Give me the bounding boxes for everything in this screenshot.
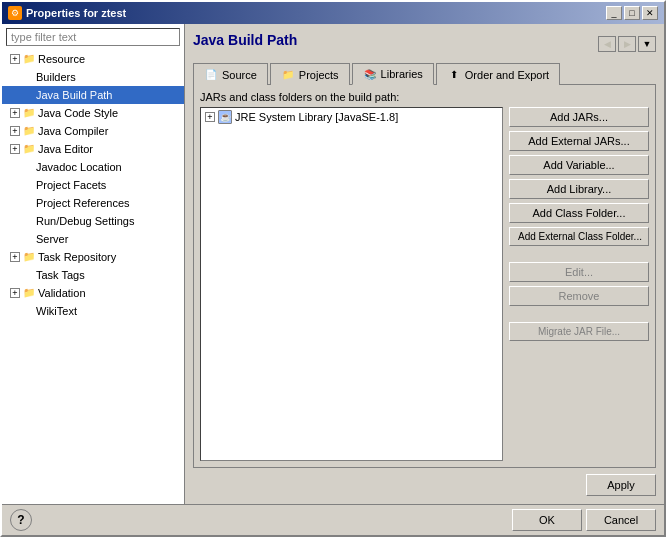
folder-icon: 📁 (22, 250, 36, 264)
sidebar-item-label: Task Repository (38, 249, 116, 265)
left-panel: + 📁 Resource Builders Java Build Path + (2, 24, 185, 504)
sidebar-item-label: Java Build Path (36, 87, 112, 103)
sidebar-item-label: Resource (38, 51, 85, 67)
folder-icon: 📁 (22, 124, 36, 138)
add-external-jars-button[interactable]: Add External JARs... (509, 131, 649, 151)
main-content: + 📁 Resource Builders Java Build Path + (2, 24, 664, 504)
window-icon: ⚙ (8, 6, 22, 20)
folder-icon: 📁 (22, 286, 36, 300)
folder-icon: 📁 (22, 52, 36, 66)
order-tab-icon: ⬆ (447, 68, 461, 82)
libraries-tab-icon: 📚 (363, 67, 377, 81)
sidebar-item-java-build-path[interactable]: Java Build Path (2, 86, 184, 104)
sidebar-item-javadoc-location[interactable]: Javadoc Location (2, 158, 184, 176)
title-buttons: _ □ ✕ (606, 6, 658, 20)
minimize-button[interactable]: _ (606, 6, 622, 20)
folder-icon: 📁 (22, 142, 36, 156)
sidebar-item-project-references[interactable]: Project References (2, 194, 184, 212)
sidebar-item-task-repository[interactable]: + 📁 Task Repository (2, 248, 184, 266)
close-button[interactable]: ✕ (642, 6, 658, 20)
folder-icon: 📁 (22, 106, 36, 120)
expand-icon: + (10, 144, 20, 154)
buttons-column: Add JARs... Add External JARs... Add Var… (509, 107, 649, 461)
nav-forward-button[interactable]: ▶ (618, 36, 636, 52)
expand-icon: + (10, 54, 20, 64)
sidebar-item-java-compiler[interactable]: + 📁 Java Compiler (2, 122, 184, 140)
tab-order-export[interactable]: ⬆ Order and Export (436, 63, 560, 85)
add-library-button[interactable]: Add Library... (509, 179, 649, 199)
tab-source-label: Source (222, 69, 257, 81)
sidebar-item-wikitext[interactable]: WikiText (2, 302, 184, 320)
btn-separator-2 (509, 310, 649, 318)
tab-projects[interactable]: 📁 Projects (270, 63, 350, 85)
libraries-label: JARs and class folders on the build path… (200, 91, 649, 103)
sidebar-item-resource[interactable]: + 📁 Resource (2, 50, 184, 68)
sidebar-item-label: Project Facets (36, 177, 106, 193)
sidebar-item-label: Validation (38, 285, 86, 301)
cancel-button[interactable]: Cancel (586, 509, 656, 531)
properties-window: ⚙ Properties for ztest _ □ ✕ + 📁 Resourc… (0, 0, 666, 537)
tab-libraries-label: Libraries (381, 68, 423, 80)
btn-separator (509, 250, 649, 258)
sidebar-item-label: Java Compiler (38, 123, 108, 139)
bottom-bar: ? OK Cancel (2, 504, 664, 535)
ok-button[interactable]: OK (512, 509, 582, 531)
sidebar-item-label: WikiText (36, 303, 77, 319)
tab-source[interactable]: 📄 Source (193, 63, 268, 85)
sidebar-item-project-facets[interactable]: Project Facets (2, 176, 184, 194)
libraries-main: + ☕ JRE System Library [JavaSE-1.8] Add … (200, 107, 649, 461)
jre-icon: ☕ (218, 110, 232, 124)
sidebar-item-label: Javadoc Location (36, 159, 122, 175)
sidebar-item-label: Run/Debug Settings (36, 213, 134, 229)
sidebar-item-label: Project References (36, 195, 130, 211)
source-tab-icon: 📄 (204, 68, 218, 82)
bottom-left: ? (10, 509, 32, 531)
sidebar-item-builders[interactable]: Builders (2, 68, 184, 86)
tab-order-export-label: Order and Export (465, 69, 549, 81)
add-class-folder-button[interactable]: Add Class Folder... (509, 203, 649, 223)
remove-button[interactable]: Remove (509, 286, 649, 306)
add-external-class-folder-button[interactable]: Add External Class Folder... (509, 227, 649, 246)
expand-icon: + (10, 288, 20, 298)
title-bar: ⚙ Properties for ztest _ □ ✕ (2, 2, 664, 24)
sidebar-item-label: Java Code Style (38, 105, 118, 121)
nav-arrows: ◀ ▶ ▼ (598, 36, 656, 52)
add-variable-button[interactable]: Add Variable... (509, 155, 649, 175)
sidebar-item-java-editor[interactable]: + 📁 Java Editor (2, 140, 184, 158)
expand-icon: + (205, 112, 215, 122)
maximize-button[interactable]: □ (624, 6, 640, 20)
right-panel: Java Build Path ◀ ▶ ▼ 📄 Source 📁 Project… (185, 24, 664, 504)
tabs-bar: 📄 Source 📁 Projects 📚 Libraries ⬆ Order … (193, 62, 656, 85)
edit-button[interactable]: Edit... (509, 262, 649, 282)
projects-tab-icon: 📁 (281, 68, 295, 82)
sidebar-item-label: Server (36, 231, 68, 247)
sidebar-item-java-code-style[interactable]: + 📁 Java Code Style (2, 104, 184, 122)
list-item[interactable]: + ☕ JRE System Library [JavaSE-1.8] (201, 108, 502, 126)
tab-projects-label: Projects (299, 69, 339, 81)
sidebar-item-server[interactable]: Server (2, 230, 184, 248)
sidebar-item-label: Builders (36, 69, 76, 85)
lib-item-label: JRE System Library [JavaSE-1.8] (235, 111, 398, 123)
libraries-content: JARs and class folders on the build path… (193, 85, 656, 468)
sidebar-item-task-tags[interactable]: Task Tags (2, 266, 184, 284)
expand-icon: + (10, 252, 20, 262)
apply-button[interactable]: Apply (586, 474, 656, 496)
nav-dropdown-button[interactable]: ▼ (638, 36, 656, 52)
sidebar-item-label: Task Tags (36, 267, 85, 283)
sidebar-item-run-debug[interactable]: Run/Debug Settings (2, 212, 184, 230)
migrate-jar-button[interactable]: Migrate JAR File... (509, 322, 649, 341)
help-button[interactable]: ? (10, 509, 32, 531)
sidebar-item-label: Java Editor (38, 141, 93, 157)
expand-icon: + (10, 108, 20, 118)
window-title: Properties for ztest (26, 7, 126, 19)
panel-header: Java Build Path ◀ ▶ ▼ (193, 32, 656, 56)
filter-input[interactable] (6, 28, 180, 46)
sidebar-item-validation[interactable]: + 📁 Validation (2, 284, 184, 302)
tree-container: + 📁 Resource Builders Java Build Path + (2, 50, 184, 504)
nav-back-button[interactable]: ◀ (598, 36, 616, 52)
tab-libraries[interactable]: 📚 Libraries (352, 63, 434, 85)
apply-row: Apply (193, 468, 656, 496)
add-jars-button[interactable]: Add JARs... (509, 107, 649, 127)
expand-icon: + (10, 126, 20, 136)
lib-list[interactable]: + ☕ JRE System Library [JavaSE-1.8] (200, 107, 503, 461)
